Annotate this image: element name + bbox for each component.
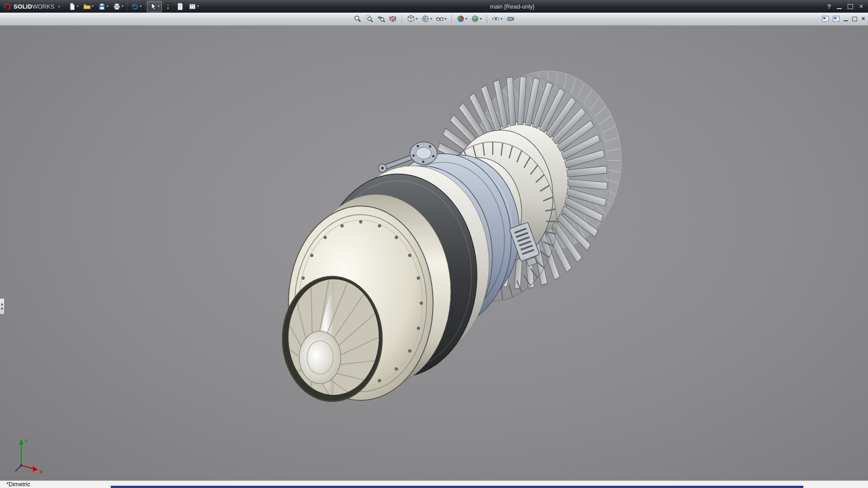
previous-view-icon: [377, 15, 385, 23]
view-settings-button[interactable]: ▾: [491, 14, 504, 23]
undo-button[interactable]: ▾: [129, 1, 144, 12]
toolbar-separator: [452, 15, 452, 23]
toolbar-separator: [127, 2, 127, 10]
dropdown-caret[interactable]: ▾: [430, 17, 432, 21]
dropdown-caret[interactable]: ▾: [122, 5, 123, 8]
close-button[interactable]: ✕: [859, 4, 863, 9]
display-style-button[interactable]: ▾: [420, 14, 433, 23]
dropdown-caret[interactable]: ▾: [77, 5, 79, 8]
window-controls: ? ✕: [827, 3, 868, 10]
display-style-icon: [421, 15, 429, 23]
apply-scene-icon: [472, 15, 479, 23]
section-view-button[interactable]: [388, 14, 397, 23]
feature-tree-splitter-handle[interactable]: [0, 298, 5, 314]
status-bar: *Dimetric: [0, 480, 868, 488]
app-brand: SOLIDWORKS ▸: [0, 2, 66, 10]
view-toolbar: ▾ ▾ ▾ ▾: [0, 13, 868, 26]
options-button[interactable]: ▾: [186, 1, 201, 12]
hide-show-items-button[interactable]: ▾: [435, 14, 447, 23]
hide-show-glasses-icon: [436, 15, 443, 23]
toolbar-separator: [487, 15, 487, 23]
dropdown-caret[interactable]: ▾: [107, 5, 108, 8]
view-settings-eye-icon: [492, 15, 500, 23]
print-icon: [113, 3, 121, 10]
save-icon: [98, 3, 106, 10]
apply-scene-button[interactable]: ▾: [471, 14, 483, 23]
camera-button[interactable]: [506, 14, 515, 23]
dropdown-caret[interactable]: ▾: [140, 5, 142, 8]
dropdown-caret[interactable]: ▾: [466, 17, 467, 21]
zoom-to-fit-button[interactable]: [353, 14, 362, 23]
view-orientation-name: *Dimetric: [6, 481, 30, 488]
edit-appearance-ball-icon: [457, 15, 465, 23]
file-properties-icon: [176, 3, 184, 10]
zoom-to-area-button[interactable]: [364, 14, 374, 23]
toolbar-separator: [145, 2, 146, 10]
document-window-controls: ✕: [822, 13, 865, 25]
new-window-icon[interactable]: [822, 16, 829, 22]
new-document-icon: [68, 3, 76, 10]
rebuild-stoplight-icon: [164, 3, 172, 10]
save-button[interactable]: ▾: [96, 1, 111, 12]
open-document-button[interactable]: ▾: [81, 1, 96, 12]
undo-icon: [131, 3, 139, 10]
edit-appearance-button[interactable]: ▾: [456, 14, 468, 23]
dropdown-caret[interactable]: ▾: [415, 17, 417, 21]
dropdown-caret[interactable]: ▾: [158, 5, 160, 8]
new-document-button[interactable]: ▾: [66, 1, 81, 12]
camera-icon: [507, 15, 514, 23]
toolbar-separator: [401, 15, 402, 23]
minimize-button[interactable]: [837, 4, 842, 9]
brand-collapse-arrow[interactable]: ▸: [58, 4, 61, 9]
solidworks-logo-icon: [4, 3, 11, 10]
dropdown-caret[interactable]: ▾: [197, 5, 199, 8]
triad-y-arrow: [19, 439, 24, 445]
view-orientation-button[interactable]: ▾: [406, 14, 418, 23]
document-minimize-button[interactable]: [844, 16, 848, 21]
zoom-to-fit-icon: [354, 15, 361, 23]
titlebar: SOLIDWORKS ▸ ▾ ▾ ▾ ▾: [0, 0, 868, 13]
triad-x-label: X: [39, 469, 43, 474]
file-properties-button[interactable]: [174, 1, 186, 12]
heads-up-view-tools: ▾ ▾ ▾ ▾: [353, 13, 515, 25]
previous-view-button[interactable]: [376, 14, 386, 23]
document-restore-button[interactable]: [852, 17, 857, 21]
dropdown-caret[interactable]: ▾: [501, 17, 503, 21]
graphics-viewport[interactable]: Y X: [0, 25, 868, 481]
maximize-button[interactable]: [848, 4, 853, 9]
options-table-icon: [189, 3, 196, 10]
dropdown-caret[interactable]: ▾: [480, 17, 482, 21]
viewport-scene: Y X: [0, 25, 868, 481]
rebuild-stoplight-button[interactable]: [162, 1, 174, 12]
taskbar-strip: [111, 486, 803, 488]
zoom-to-area-icon: [365, 15, 373, 23]
triad-z-arrow: [15, 465, 21, 471]
app-name: SOLIDWORKS: [14, 2, 54, 10]
print-button[interactable]: ▾: [111, 1, 126, 12]
window-title: main [Read-only]: [490, 3, 534, 10]
open-document-icon: [83, 3, 91, 10]
jet-engine-3d-model[interactable]: [283, 71, 621, 401]
triad-y-label: Y: [24, 438, 28, 444]
help-button[interactable]: ?: [827, 3, 831, 10]
select-cursor-icon: [149, 3, 157, 10]
tile-windows-icon[interactable]: [833, 16, 840, 22]
view-orientation-cube-icon: [407, 15, 415, 23]
triad-x-arrow: [33, 466, 38, 472]
document-close-button[interactable]: ✕: [861, 16, 865, 21]
dropdown-caret[interactable]: ▾: [92, 5, 94, 8]
dropdown-caret[interactable]: ▾: [444, 17, 446, 21]
select-tool-button[interactable]: ▾: [147, 1, 162, 12]
orientation-triad: Y X: [15, 438, 43, 474]
section-view-icon: [389, 15, 396, 23]
